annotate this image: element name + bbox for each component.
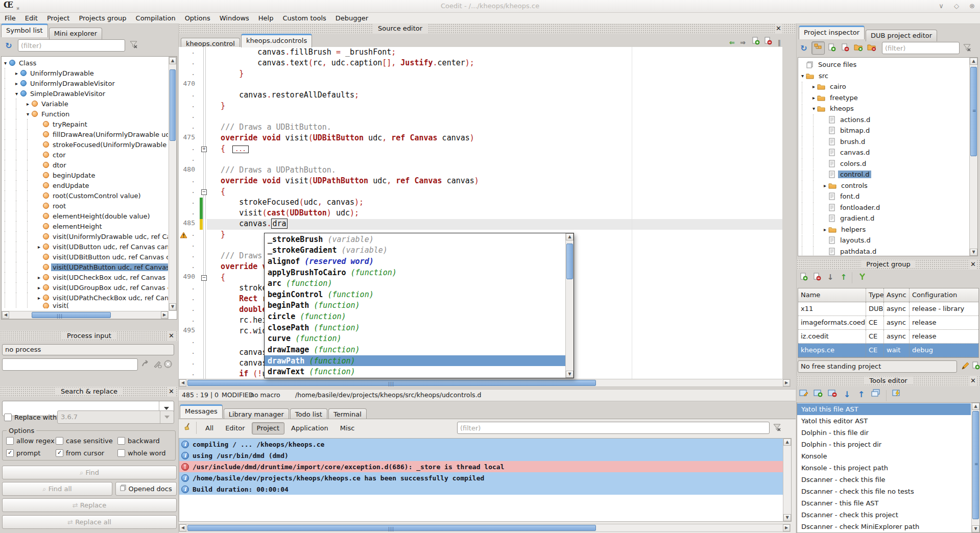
symbol-tree-row[interactable]: ▾SimpleDrawableVisitor (2, 88, 168, 99)
file-tree-row[interactable]: gradient.d (799, 213, 969, 224)
fold-ellipsis[interactable]: ... (232, 146, 249, 153)
symbol-tree-row[interactable]: endUpdate (2, 180, 168, 190)
close-panel-icon[interactable]: ✕ (969, 376, 977, 386)
messages-vscrollbar[interactable]: ▲ ▼ (783, 439, 791, 521)
expander-icon[interactable]: ▸ (13, 70, 20, 76)
symbol-tree-row[interactable]: visit( (2, 303, 168, 308)
message-row[interactable]: iusing /usr/bin/dmd (dmd) (179, 450, 783, 461)
close-panel-icon[interactable]: ✕ (775, 23, 782, 34)
expander-icon[interactable]: ▸ (36, 285, 42, 290)
completion-item[interactable]: circle (function) (265, 311, 565, 322)
message-row[interactable]: icompiling / ... /kheops/kheops.ce (179, 439, 783, 450)
clear-filter-icon[interactable] (130, 41, 138, 50)
completion-item[interactable]: _strokeGradient (variable) (265, 245, 565, 256)
expander-icon[interactable]: ▾ (799, 73, 806, 79)
new-document-icon[interactable] (752, 39, 760, 46)
add-project-button[interactable] (798, 271, 810, 283)
symbol-tree-row[interactable]: fillDrawArea(UniformlyDrawable ud (2, 129, 168, 139)
symbol-tree-row[interactable]: ctor (2, 150, 168, 160)
file-tree-row[interactable]: ▸freetype (799, 92, 969, 104)
replace-all-button[interactable]: ⇄ Replace all (2, 515, 177, 529)
minimize-icon[interactable]: ∨ (939, 2, 944, 10)
file-tree-row[interactable]: ▾kheops (799, 103, 969, 114)
file-tree-row[interactable]: canvas.d (799, 147, 969, 158)
expander-icon[interactable]: ▸ (810, 84, 817, 89)
tab-messages[interactable]: Messages (180, 404, 223, 418)
symbol-tree-row[interactable]: ▸UniformlyDrawable (2, 68, 168, 78)
nav-back-icon[interactable]: ⇐ (729, 39, 735, 46)
scroll-thumb[interactable] (566, 244, 573, 279)
checkbox-prompt[interactable]: ✓prompt (6, 449, 40, 457)
file-tree-row[interactable]: ▸cairo (799, 81, 969, 92)
tab-project-inspector[interactable]: Project inspector (799, 26, 865, 39)
replace-button[interactable]: ⇄ Replace (2, 498, 177, 512)
file-tree-row[interactable]: ▸helpers (799, 224, 969, 235)
opened-docs-button[interactable]: Opened docs (115, 482, 177, 496)
files-filter-input[interactable] (882, 42, 960, 54)
editor-hscrollbar[interactable]: ◀ ▶ ||| (179, 379, 791, 387)
code-line[interactable]: { (202, 187, 782, 198)
tool-item[interactable]: Dolphin - this file dir (797, 427, 971, 439)
menu-compilation[interactable]: Compilation (131, 13, 180, 23)
code-line[interactable]: canvas.restoreAllDefaults; (202, 90, 782, 101)
symbol-tree-vscrollbar[interactable]: ▲ ▼ (169, 57, 177, 311)
menu-custom-tools[interactable]: Custom tools (278, 13, 330, 23)
code-line[interactable]: override void visit(UDBitButton udc, ref… (202, 133, 782, 144)
tool-item[interactable]: Konsole - this project path (797, 462, 971, 474)
close-icon[interactable]: ⊗ (969, 2, 975, 10)
code-line[interactable]: canvas.dra (202, 219, 782, 230)
project-row[interactable]: imageformats.coeditCEasyncrelease (798, 316, 978, 330)
add-folder-button[interactable] (852, 42, 865, 54)
find-button[interactable]: ⌕ Find (2, 466, 177, 479)
find-all-button[interactable]: ⌕ Find all (2, 482, 112, 496)
completion-item[interactable]: beginPath (function) (265, 300, 565, 311)
completion-item[interactable]: arc (function) (265, 278, 565, 289)
scroll-thumb[interactable]: ||| (187, 380, 596, 386)
code-line[interactable]: strokeFocused(udc, canvas); (202, 198, 782, 208)
move-project-up-button[interactable]: ↑ (838, 271, 850, 283)
filter-editor[interactable]: Editor (220, 422, 250, 434)
file-tree-row[interactable]: fontloader.d (799, 202, 969, 213)
scroll-up-icon[interactable]: ▲ (566, 233, 573, 240)
column-header[interactable]: Configuration (910, 288, 978, 302)
symbol-tree-row[interactable]: visit(UniformlyDrawable udc, ref Ca (2, 231, 168, 241)
menu-options[interactable]: Options (180, 13, 215, 23)
scroll-thumb[interactable]: ||| (187, 525, 596, 531)
expander-icon[interactable]: ▾ (2, 60, 9, 66)
async-mode-button[interactable] (856, 271, 868, 283)
scroll-down-icon[interactable]: ▼ (566, 371, 573, 378)
tool-item[interactable]: Dscanner - check MiniExplorer path (797, 521, 971, 532)
process-input-field[interactable] (2, 358, 138, 371)
expander-icon[interactable]: ▸ (25, 101, 31, 107)
checkbox-backward[interactable]: backward (117, 437, 160, 445)
remove-project-button[interactable] (811, 271, 823, 283)
maximize-icon[interactable]: ◇ (954, 2, 959, 10)
file-tree-row[interactable]: layouts.d (799, 235, 969, 246)
scroll-left-icon[interactable]: ◀ (2, 311, 9, 319)
expander-icon[interactable]: ▾ (810, 106, 817, 111)
tool-item[interactable]: Dscanner - check this file (797, 474, 971, 486)
close-panel-icon[interactable]: ✕ (168, 331, 175, 341)
symbol-tree-row[interactable]: root (2, 201, 168, 211)
file-tree-row[interactable]: pathdata.d (799, 246, 969, 256)
menu-debugger[interactable]: Debugger (331, 13, 373, 23)
symbol-tree-row[interactable]: elementHeight (2, 221, 168, 231)
scroll-up-icon[interactable]: ▲ (970, 58, 977, 65)
kill-process-icon[interactable] (164, 360, 173, 370)
scroll-left-icon[interactable]: ◀ (179, 524, 186, 531)
tool-item[interactable]: Dscanner - check this file no tests (797, 486, 971, 497)
completion-item[interactable]: drawPath (function) (265, 355, 565, 367)
fold-expanded-icon[interactable]: − (201, 275, 207, 281)
expander-icon[interactable]: ▾ (25, 111, 31, 117)
symbol-tree-row[interactable]: ▸visit(UDGroupBox udc, ref Canvas c (2, 282, 168, 293)
completion-item[interactable]: closePath (function) (265, 322, 565, 333)
scroll-thumb[interactable] (170, 69, 176, 141)
scroll-thumb[interactable]: ≡ (972, 411, 979, 519)
editor-tab-kheops-udcontrols[interactable]: kheops.udcontrols (241, 34, 312, 47)
scroll-right-icon[interactable]: ▶ (783, 379, 790, 386)
refresh-files-button[interactable]: ↻ (798, 42, 810, 54)
files-vscrollbar[interactable]: ▲ ▼ ≡ (969, 58, 977, 256)
expander-icon[interactable]: ▸ (36, 244, 42, 250)
symbol-tree-row[interactable]: beginUpdate (2, 170, 168, 180)
expander-icon[interactable]: ▸ (810, 95, 817, 101)
